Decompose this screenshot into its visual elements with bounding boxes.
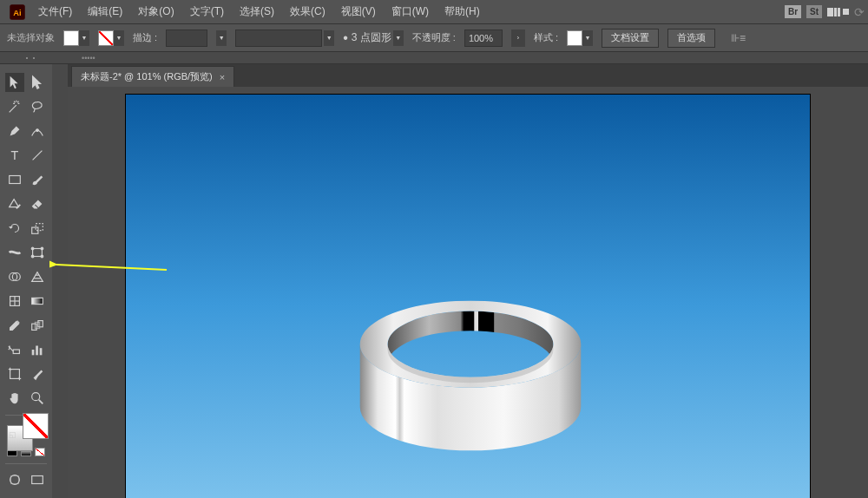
eyedropper-tool[interactable] (5, 316, 24, 335)
curvature-tool[interactable] (28, 121, 47, 141)
menu-view[interactable]: 视图(V) (334, 1, 383, 23)
toolbox-handle[interactable] (0, 57, 61, 59)
preferences-button[interactable]: 首选项 (667, 29, 715, 48)
svg-point-33 (10, 475, 20, 485)
stroke-control[interactable]: ▼ (98, 30, 124, 46)
svg-line-4 (33, 151, 43, 161)
opacity-input[interactable] (464, 29, 503, 47)
toolbox: T (0, 64, 52, 498)
svg-rect-5 (10, 176, 21, 184)
ring-illustration (336, 289, 605, 462)
arrange-documents-icon[interactable]: ▼ (827, 8, 849, 16)
artboard (125, 94, 811, 498)
color-mode-none[interactable] (35, 448, 45, 456)
tab-close-icon[interactable]: × (220, 72, 225, 82)
blend-tool[interactable] (28, 316, 47, 335)
svg-rect-23 (32, 350, 35, 355)
shaper-tool[interactable] (5, 194, 24, 213)
svg-point-11 (31, 255, 34, 258)
app-logo[interactable]: Ai (3, 0, 31, 24)
column-graph-tool[interactable] (28, 340, 47, 359)
type-tool[interactable]: T (5, 146, 24, 165)
direct-selection-tool[interactable] (28, 73, 47, 92)
variable-width-profile[interactable]: ▼ (235, 29, 334, 47)
menu-items: 文件(F) 编辑(E) 对象(O) 文字(T) 选择(S) 效果(C) 视图(V… (31, 1, 487, 23)
svg-point-2 (36, 129, 39, 132)
menu-edit[interactable]: 编辑(E) (81, 1, 129, 23)
zoom-tool[interactable] (28, 389, 47, 408)
rotate-tool[interactable] (5, 219, 24, 238)
menu-select[interactable]: 选择(S) (233, 1, 281, 23)
stroke-color-box[interactable] (23, 413, 49, 439)
document-tab[interactable]: 未标题-2* @ 101% (RGB/预览) × (71, 66, 234, 87)
menu-right: Br St ▼ ⟳ (785, 5, 865, 19)
selection-status: 未选择对象 (7, 31, 55, 44)
stock-icon[interactable]: St (806, 5, 822, 18)
gpu-preview-icon[interactable]: ⟳ (854, 5, 865, 19)
fill-stroke-selector[interactable]: ⤭ ◱ (7, 425, 49, 438)
svg-point-10 (41, 247, 43, 250)
gradient-tool[interactable] (28, 292, 47, 311)
svg-text:T: T (11, 148, 19, 162)
paintbrush-tool[interactable] (28, 170, 47, 189)
collapsed-panel-dock[interactable] (52, 64, 68, 498)
svg-point-12 (41, 255, 43, 258)
panel-grip[interactable]: ••••• (61, 54, 95, 62)
menu-file[interactable]: 文件(F) (31, 1, 79, 23)
opacity-dropdown-icon[interactable]: › (511, 29, 525, 47)
magic-wand-tool[interactable] (5, 97, 24, 116)
screen-mode[interactable] (28, 470, 47, 489)
stroke-weight-label: 描边 : (133, 31, 157, 44)
stroke-weight-dropdown-icon[interactable]: ▼ (216, 30, 227, 46)
menu-type[interactable]: 文字(T) (183, 1, 231, 23)
scale-tool[interactable] (28, 219, 47, 238)
pen-tool[interactable] (5, 121, 24, 141)
document-setup-button[interactable]: 文档设置 (602, 29, 659, 48)
svg-point-9 (31, 247, 34, 250)
symbol-sprayer-tool[interactable] (5, 340, 24, 359)
fill-control[interactable]: ▼ (63, 30, 89, 46)
perspective-grid-tool[interactable] (28, 267, 47, 286)
fill-dropdown-icon[interactable]: ▼ (79, 30, 89, 46)
svg-rect-22 (13, 350, 19, 354)
mesh-tool[interactable] (5, 292, 24, 311)
document-area: 未标题-2* @ 101% (RGB/预览) × (68, 64, 868, 498)
svg-rect-25 (40, 348, 43, 355)
default-fill-stroke-icon[interactable]: ◱ (9, 430, 16, 439)
stroke-weight-input[interactable] (166, 29, 207, 47)
hand-tool[interactable] (5, 389, 24, 408)
menu-bar: Ai 文件(F) 编辑(E) 对象(O) 文字(T) 选择(S) 效果(C) 视… (0, 0, 868, 24)
svg-point-31 (32, 393, 40, 401)
svg-line-32 (39, 400, 43, 404)
artboard-tool[interactable] (5, 364, 24, 383)
dock-handle: ••••• (0, 52, 868, 64)
menu-help[interactable]: 帮助(H) (437, 1, 487, 23)
svg-rect-19 (32, 324, 36, 330)
lasso-tool[interactable] (28, 97, 47, 116)
rectangle-tool[interactable] (5, 170, 24, 189)
style-control[interactable]: ▼ (567, 30, 593, 46)
width-tool[interactable] (5, 243, 24, 262)
opacity-label: 不透明度 : (412, 31, 456, 44)
stroke-dropdown-icon[interactable]: ▼ (114, 30, 124, 46)
line-segment-tool[interactable] (28, 146, 47, 165)
menu-object[interactable]: 对象(O) (131, 1, 181, 23)
svg-rect-21 (38, 321, 43, 327)
svg-rect-35 (32, 475, 43, 483)
free-transform-tool[interactable] (28, 243, 47, 262)
selection-tool[interactable] (5, 73, 24, 92)
panel-menu-icon[interactable]: ⊪≡ (731, 32, 746, 44)
document-tab-title: 未标题-2* @ 101% (RGB/预览) (81, 70, 213, 83)
bridge-icon[interactable]: Br (785, 5, 801, 18)
eraser-tool[interactable] (28, 194, 47, 213)
svg-rect-34 (11, 475, 19, 483)
draw-normal-mode[interactable] (5, 470, 24, 489)
svg-rect-8 (33, 249, 43, 257)
menu-effect[interactable]: 效果(C) (283, 1, 332, 23)
shape-builder-tool[interactable] (5, 267, 24, 286)
slice-tool[interactable] (28, 364, 47, 383)
canvas[interactable] (68, 87, 868, 498)
brush-definition[interactable]: •3 点圆形 ▼ (343, 30, 404, 46)
menu-window[interactable]: 窗口(W) (385, 1, 436, 23)
svg-rect-18 (32, 298, 43, 304)
